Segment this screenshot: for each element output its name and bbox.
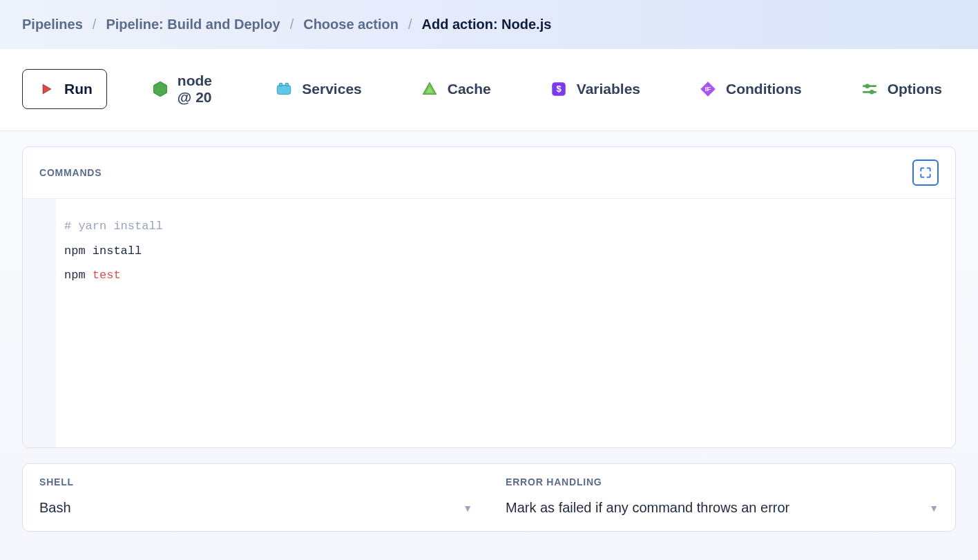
commands-title: COMMANDS [39,167,102,178]
breadcrumb-item-pipelines[interactable]: Pipelines [22,17,83,32]
tab-label: Options [888,81,942,97]
breadcrumb: Pipelines / Pipeline: Build and Deploy /… [0,0,978,49]
tab-cache[interactable]: Cache [406,70,505,108]
shell-field: SHELL Bash ▼ [23,464,489,531]
svg-text:IF: IF [705,85,711,93]
error-handling-field: ERROR HANDLING Mark as failed if any com… [489,464,955,531]
error-handling-label: ERROR HANDLING [506,476,939,487]
tab-services[interactable]: Services [260,70,375,108]
tab-label: Conditions [726,81,802,97]
tab-variables[interactable]: $ Variables [535,70,654,108]
code-editor[interactable]: # yarn installnpm installnpm test [23,199,955,447]
svg-point-9 [870,90,874,95]
services-icon [274,79,294,99]
svg-rect-1 [280,83,282,86]
node-icon [151,79,169,99]
tab-node[interactable]: node @ 20 [137,63,231,115]
tab-label: Services [302,81,361,97]
svg-text:$: $ [556,84,562,94]
tab-conditions[interactable]: IF Conditions [684,70,816,108]
tab-run[interactable]: Run [22,69,107,109]
svg-rect-0 [278,86,291,95]
breadcrumb-separator: / [408,17,412,32]
options-icon [860,79,879,99]
commands-panel: COMMANDS # yarn installnpm installnpm te… [22,146,956,448]
svg-rect-2 [285,83,288,86]
code-content: # yarn installnpm installnpm test [56,199,171,447]
cache-icon [420,79,439,99]
tab-label: node @ 20 [178,73,217,106]
breadcrumb-separator: / [93,17,97,32]
tab-label: Cache [448,81,491,97]
conditions-icon: IF [698,79,718,99]
tab-bar: Run node @ 20 Services Cache $ Variables… [0,49,978,131]
commands-panel-header: COMMANDS [23,147,955,199]
breadcrumb-item-choose-action[interactable]: Choose action [303,17,399,32]
chevron-down-icon: ▼ [463,503,472,514]
chevron-down-icon: ▼ [929,503,939,514]
tab-label: Variables [577,81,640,97]
shell-select[interactable]: Bash ▼ [39,500,472,516]
svg-point-7 [865,84,870,88]
content-area: COMMANDS # yarn installnpm installnpm te… [0,131,978,547]
shell-label: SHELL [39,476,472,487]
breadcrumb-item-pipeline[interactable]: Pipeline: Build and Deploy [106,17,280,32]
code-gutter [23,199,56,447]
tab-label: Run [64,81,93,97]
shell-value: Bash [39,500,71,516]
play-icon [37,79,56,99]
error-handling-select[interactable]: Mark as failed if any command throws an … [506,500,939,516]
tab-options[interactable]: Options [846,70,956,108]
variables-icon: $ [549,79,568,99]
error-handling-value: Mark as failed if any command throws an … [506,500,789,516]
breadcrumb-item-current: Add action: Node.js [422,17,552,32]
expand-button[interactable] [912,160,939,186]
breadcrumb-separator: / [290,17,294,32]
expand-icon [919,166,932,180]
settings-panel: SHELL Bash ▼ ERROR HANDLING Mark as fail… [22,463,956,532]
